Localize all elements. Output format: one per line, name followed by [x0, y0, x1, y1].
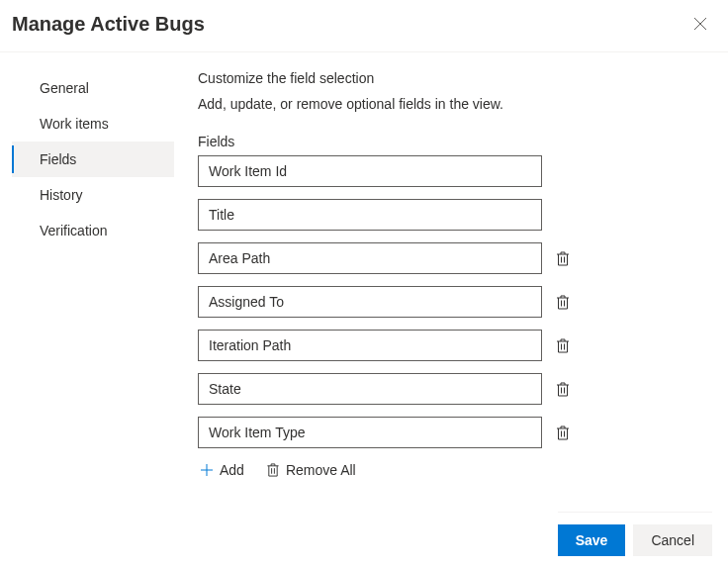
sidebar-item-verification[interactable]: Verification [12, 213, 174, 248]
field-row: Iteration Path [198, 330, 704, 361]
field-value: Area Path [209, 250, 270, 266]
field-input[interactable]: Work Item Id [198, 155, 542, 187]
sidebar-item-fields[interactable]: Fields [12, 142, 174, 177]
field-input[interactable]: Work Item Type [198, 417, 542, 448]
trash-icon [556, 426, 570, 440]
delete-field-button[interactable] [552, 422, 574, 444]
fields-label: Fields [198, 134, 704, 149]
field-input[interactable]: Title [198, 199, 542, 231]
cancel-button[interactable]: Cancel [633, 524, 712, 556]
trash-icon [556, 338, 570, 353]
dialog-title: Manage Active Bugs [12, 13, 205, 36]
sidebar: GeneralWork itemsFieldsHistoryVerificati… [0, 70, 174, 480]
close-icon [692, 16, 708, 32]
field-row: State [198, 373, 704, 405]
plus-icon [200, 463, 214, 477]
close-button[interactable] [688, 12, 712, 36]
field-value: Iteration Path [209, 337, 291, 353]
field-input[interactable]: Area Path [198, 242, 542, 274]
field-input[interactable]: Iteration Path [198, 330, 542, 361]
field-input[interactable]: Assigned To [198, 286, 542, 318]
remove-all-label: Remove All [286, 462, 356, 478]
add-field-button[interactable]: Add [198, 460, 246, 480]
trash-icon [556, 295, 570, 310]
sidebar-item-label: History [40, 187, 83, 203]
field-row: Title [198, 199, 704, 231]
sidebar-item-history[interactable]: History [12, 177, 174, 213]
sidebar-item-general[interactable]: General [12, 70, 174, 106]
field-value: Work Item Type [209, 425, 306, 440]
field-value: Assigned To [209, 294, 284, 310]
trash-icon [266, 463, 280, 477]
delete-field-button[interactable] [552, 291, 574, 314]
remove-all-button[interactable]: Remove All [264, 460, 358, 480]
field-row: Assigned To [198, 286, 704, 318]
sidebar-item-label: Work items [40, 116, 109, 132]
delete-field-button[interactable] [552, 378, 574, 401]
sidebar-item-label: General [40, 80, 89, 96]
sidebar-item-label: Verification [40, 223, 107, 238]
trash-icon [556, 382, 570, 397]
delete-field-button[interactable] [552, 334, 574, 357]
field-input[interactable]: State [198, 373, 542, 405]
fields-list: Work Item IdTitleArea PathAssigned ToIte… [198, 155, 704, 448]
delete-field-button[interactable] [552, 247, 574, 270]
add-field-label: Add [220, 462, 244, 478]
sidebar-item-work-items[interactable]: Work items [12, 106, 174, 142]
sidebar-item-label: Fields [40, 151, 76, 167]
trash-icon [556, 251, 570, 266]
field-row: Work Item Type [198, 417, 704, 448]
field-row: Area Path [198, 242, 704, 274]
field-row: Work Item Id [198, 155, 704, 187]
save-button[interactable]: Save [558, 524, 626, 556]
field-value: Title [209, 207, 234, 223]
section-subtitle: Add, update, or remove optional fields i… [198, 96, 704, 112]
field-value: Work Item Id [209, 163, 287, 179]
field-value: State [209, 381, 241, 397]
section-title: Customize the field selection [198, 70, 704, 86]
